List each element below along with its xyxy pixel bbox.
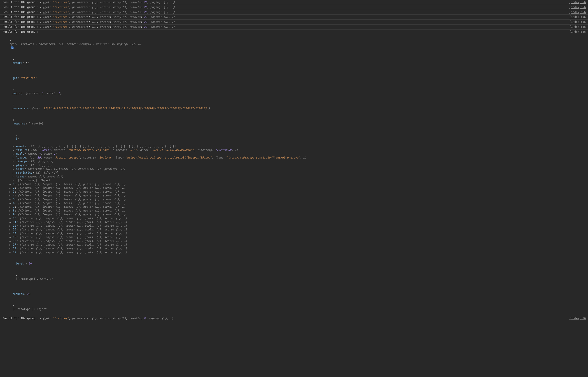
chevron-right-icon[interactable]: ▶	[12, 172, 14, 175]
chevron-right-icon[interactable]: ▶	[39, 16, 42, 19]
chevron-right-icon[interactable]: ▶	[12, 149, 14, 152]
collapsed-object-summary[interactable]: {get: 'fixtures', parameters: {…}, error…	[43, 317, 173, 320]
item0-score[interactable]: ▶ score: {halftime: {…}, fulltime: {…}, …	[3, 167, 586, 171]
source-link[interactable]: (index):56	[569, 317, 586, 320]
prop-errors[interactable]: ▶ errors: []	[3, 54, 586, 69]
chevron-right-icon[interactable]: ▶	[13, 104, 15, 106]
chevron-right-icon[interactable]: ▶	[9, 213, 11, 216]
response-item-14[interactable]: ▶ 14: {fixture: {…}, league: {…}, teams:…	[3, 232, 586, 236]
chevron-right-icon[interactable]: ▶	[12, 160, 14, 163]
chevron-right-icon[interactable]: ▶	[9, 202, 11, 205]
item0-events[interactable]: ▶ events: (17) [{…}, {…}, {…}, {…}, {…},…	[3, 144, 586, 148]
chevron-right-icon[interactable]: ▶	[12, 176, 14, 178]
chevron-right-icon[interactable]: ▶	[39, 6, 42, 9]
chevron-right-icon[interactable]: ▶	[9, 194, 11, 197]
source-link[interactable]: (index):56	[569, 5, 586, 9]
log-prefix: Result for IDs group :	[3, 20, 39, 24]
chevron-right-icon[interactable]: ▶	[12, 179, 14, 182]
chevron-right-icon[interactable]: ▶	[9, 244, 11, 247]
response-item-13[interactable]: ▶ 13: {fixture: {…}, league: {…}, teams:…	[3, 228, 586, 232]
response-item-11[interactable]: ▶ 11: {fixture: {…}, league: {…}, teams:…	[3, 220, 586, 224]
chevron-right-icon[interactable]: ▶	[12, 156, 14, 159]
log-prefix: Result for IDs group :	[3, 10, 39, 14]
chevron-right-icon[interactable]: ▶	[9, 206, 11, 209]
chevron-right-icon[interactable]: ▶	[9, 190, 11, 193]
chevron-right-icon[interactable]: ▶	[39, 1, 42, 4]
response-item-10[interactable]: ▶ 10: {fixture: {…}, league: {…}, teams:…	[3, 216, 586, 220]
prop-paging[interactable]: ▶ paging: {current: 1, total: 1}	[3, 84, 586, 99]
chevron-right-icon[interactable]: ▶	[9, 240, 11, 243]
chevron-right-icon[interactable]: ▶	[39, 26, 42, 29]
chevron-right-icon[interactable]: ▶	[39, 21, 42, 24]
chevron-right-icon[interactable]: ▶	[9, 210, 11, 212]
chevron-right-icon[interactable]: ▶	[12, 153, 14, 156]
source-link[interactable]: (index):56	[569, 0, 586, 4]
response-item-3[interactable]: ▶ 3: {fixture: {…}, league: {…}, teams: …	[3, 190, 586, 194]
chevron-right-icon[interactable]: ▶	[13, 88, 15, 91]
response-item-12[interactable]: ▶ 12: {fixture: {…}, league: {…}, teams:…	[3, 224, 586, 228]
chevron-right-icon[interactable]: ▶	[13, 304, 15, 307]
collapsed-object-summary[interactable]: {get: 'fixtures', parameters: {…}, error…	[43, 15, 175, 19]
response-item-0[interactable]: ▼ 0:	[3, 130, 586, 144]
response-item-18[interactable]: ▶ 18: {fixture: {…}, league: {…}, teams:…	[3, 247, 586, 250]
item0-prototype[interactable]: ▶ [[Prototype]]: Object	[3, 178, 586, 182]
response-item-17[interactable]: ▶ 17: {fixture: {…}, league: {…}, teams:…	[3, 243, 586, 247]
collapsed-object-summary[interactable]: {get: 'fixtures', parameters: {…}, error…	[43, 0, 175, 4]
chevron-right-icon[interactable]: ▶	[9, 228, 11, 231]
response-item-2[interactable]: ▶ 2: {fixture: {…}, league: {…}, teams: …	[3, 186, 586, 190]
chevron-right-icon[interactable]: ▶	[9, 198, 11, 201]
log-prefix: Result for IDs group :	[3, 15, 39, 19]
chevron-right-icon[interactable]: ▶	[12, 164, 14, 167]
root-object[interactable]: ▼ {get: 'fixtures', parameters: {…}, err…	[3, 35, 586, 54]
response-item-19[interactable]: ▶ 19: {fixture: {…}, league: {…}, teams:…	[3, 250, 586, 254]
response-item-16[interactable]: ▶ 16: {fixture: {…}, league: {…}, teams:…	[3, 239, 586, 243]
chevron-right-icon[interactable]: ▶	[9, 232, 11, 235]
prop-response[interactable]: ▼ response: Array(20)	[3, 114, 586, 129]
item0-lineups[interactable]: ▶ lineups: (2) [{…}, {…}]	[3, 160, 586, 164]
source-link[interactable]: (index):56	[569, 10, 586, 14]
chevron-down-icon[interactable]: ▼	[13, 118, 15, 121]
chevron-right-icon[interactable]: ▶	[12, 145, 14, 148]
item0-statistics[interactable]: ▶ statistics: (2) [{…}, {…}]	[3, 171, 586, 175]
item0-teams[interactable]: ▶ teams: {home: {…}, away: {…}}	[3, 175, 586, 178]
collapsed-object-summary[interactable]: {get: 'fixtures', parameters: {…}, error…	[43, 20, 175, 24]
response-item-7[interactable]: ▶ 7: {fixture: {…}, league: {…}, teams: …	[3, 205, 586, 209]
chevron-right-icon[interactable]: ▶	[9, 236, 11, 239]
response-item-1[interactable]: ▶ 1: {fixture: {…}, league: {…}, teams: …	[3, 182, 586, 186]
collapsed-object-summary[interactable]: {get: 'fixtures', parameters: {…}, error…	[43, 5, 175, 9]
response-item-6[interactable]: ▶ 6: {fixture: {…}, league: {…}, teams: …	[3, 201, 586, 205]
response-prototype[interactable]: ▶ [[Prototype]]: Array(0)	[3, 270, 586, 284]
chevron-right-icon[interactable]: ▶	[9, 251, 11, 254]
root-prototype[interactable]: ▶ [[Prototype]]: Object	[3, 300, 586, 315]
chevron-right-icon[interactable]: ▶	[9, 183, 11, 186]
item0-league[interactable]: ▶ league: {id: 39, name: 'Premier League…	[3, 156, 586, 160]
chevron-right-icon[interactable]: ▶	[39, 317, 42, 320]
chevron-down-icon[interactable]: ▼	[16, 134, 18, 137]
source-link[interactable]: (index):56	[569, 15, 586, 19]
chevron-right-icon[interactable]: ▶	[16, 274, 18, 277]
response-item-9[interactable]: ▶ 9: {fixture: {…}, league: {…}, teams: …	[3, 213, 586, 216]
item0-goals[interactable]: ▶ goals: {home: 4, away: 1}	[3, 152, 586, 156]
chevron-right-icon[interactable]: ▶	[9, 217, 11, 220]
info-icon[interactable]: i	[11, 47, 13, 49]
source-link[interactable]: (index):56	[569, 30, 586, 34]
response-item-4[interactable]: ▶ 4: {fixture: {…}, league: {…}, teams: …	[3, 194, 586, 198]
chevron-right-icon[interactable]: ▶	[9, 247, 11, 250]
collapsed-object-summary[interactable]: {get: 'fixtures', parameters: {…}, error…	[43, 25, 175, 29]
chevron-right-icon[interactable]: ▶	[9, 221, 11, 224]
response-item-5[interactable]: ▶ 5: {fixture: {…}, league: {…}, teams: …	[3, 198, 586, 201]
chevron-right-icon[interactable]: ▶	[13, 58, 15, 61]
item0-fixture[interactable]: ▶ fixture: {id: 1208143, referee: 'Micha…	[3, 148, 586, 152]
source-link[interactable]: (index):56	[569, 25, 586, 29]
chevron-down-icon[interactable]: ▼	[9, 39, 12, 42]
response-item-15[interactable]: ▶ 15: {fixture: {…}, league: {…}, teams:…	[3, 236, 586, 239]
chevron-right-icon[interactable]: ▶	[9, 224, 11, 227]
chevron-right-icon[interactable]: ▶	[39, 11, 42, 14]
chevron-right-icon[interactable]: ▶	[12, 168, 14, 171]
item0-players[interactable]: ▶ players: (2) [{…}, {…}]	[3, 164, 586, 167]
prop-parameters[interactable]: ▶ parameters: {ids: '1208144-1208152-120…	[3, 99, 586, 114]
collapsed-object-summary[interactable]: {get: 'fixtures', parameters: {…}, error…	[43, 10, 175, 14]
response-item-8[interactable]: ▶ 8: {fixture: {…}, league: {…}, teams: …	[3, 209, 586, 213]
chevron-right-icon[interactable]: ▶	[9, 187, 11, 190]
source-link[interactable]: (index):56	[569, 20, 586, 24]
